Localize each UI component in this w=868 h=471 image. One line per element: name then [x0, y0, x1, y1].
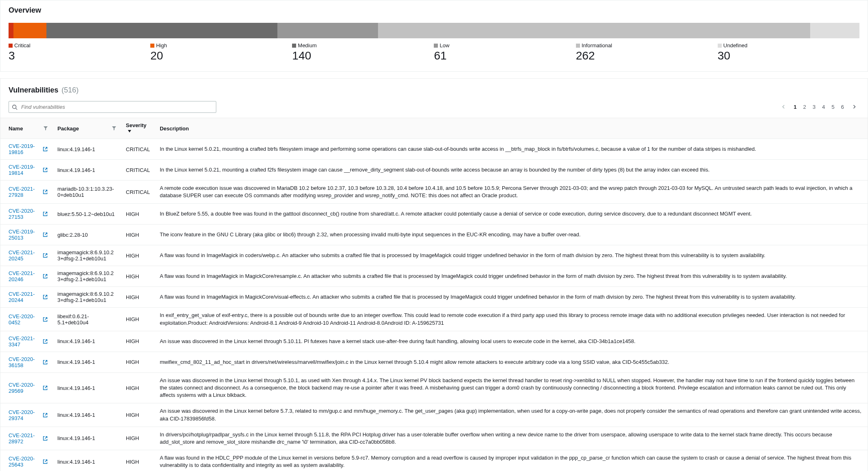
cell-severity: HIGH [121, 204, 155, 224]
external-link-icon [43, 211, 48, 216]
cell-description: A flaw was found in ImageMagick in Magic… [155, 266, 868, 287]
cell-description: An issue was discovered in the Linux ker… [155, 372, 868, 403]
cell-description: A flaw was found in ImageMagick in Magic… [155, 287, 868, 308]
external-link-icon [43, 232, 48, 237]
cell-description: A flaw was found in ImageMagick in coder… [155, 245, 868, 266]
table-row: CVE-2020-27153 bluez:5.50-1.2~deb10u1 HI… [0, 204, 868, 224]
cell-severity: CRITICAL [121, 180, 155, 204]
cell-severity: CRITICAL [121, 139, 155, 160]
pager-page-2[interactable]: 2 [800, 102, 809, 112]
cve-link[interactable]: CVE-2019-19816 [9, 143, 48, 155]
cve-link[interactable]: CVE-2021-20246 [9, 270, 48, 282]
severity-seg-medium [46, 23, 277, 38]
severity-seg-low [277, 23, 378, 38]
legend-item-high: High 20 [150, 42, 292, 62]
search-input[interactable] [9, 101, 216, 113]
legend-count: 30 [718, 49, 859, 62]
legend-count: 20 [150, 49, 292, 62]
cve-link[interactable]: CVE-2020-29569 [9, 382, 48, 394]
external-link-icon [43, 253, 48, 258]
cell-severity: HIGH [121, 245, 155, 266]
sort-desc-icon [127, 129, 132, 133]
legend-item-medium: Medium 140 [292, 42, 434, 62]
cve-link[interactable]: CVE-2020-36158 [9, 356, 48, 368]
cell-package: imagemagick:8:6.9.10.23+dfsg-2.1+deb10u1 [53, 245, 121, 266]
pager-page-5[interactable]: 5 [828, 102, 838, 112]
cve-link[interactable]: CVE-2020-0452 [9, 313, 48, 326]
svg-marker-4 [128, 130, 131, 132]
severity-legend: Critical 3 High 20 Medium 140 Low 61 Inf… [9, 42, 859, 62]
cell-severity: HIGH [121, 287, 155, 308]
legend-item-informational: Informational 262 [576, 42, 718, 62]
cell-package: linux:4.19.146-1 [53, 352, 121, 372]
pager-page-3[interactable]: 3 [809, 102, 819, 112]
table-row: CVE-2021-20246 imagemagick:8:6.9.10.23+d… [0, 266, 868, 287]
table-row: CVE-2019-19814 linux:4.19.146-1 CRITICAL… [0, 160, 868, 180]
vulnerabilities-panel: Vulnerabilities (516) 123456 Name [0, 78, 868, 471]
external-link-icon [43, 360, 48, 365]
svg-marker-3 [112, 126, 116, 130]
cell-package: linux:4.19.146-1 [53, 160, 121, 180]
col-package[interactable]: Package [53, 118, 121, 139]
cell-package: linux:4.19.146-1 [53, 139, 121, 160]
cell-description: The iconv feature in the GNU C Library (… [155, 224, 868, 245]
external-link-icon [43, 385, 48, 390]
cell-description: A flaw was found in the HDLC_PPP module … [155, 450, 868, 471]
legend-label: Low [439, 42, 449, 48]
pager-next[interactable] [849, 102, 859, 112]
cell-severity: HIGH [121, 266, 155, 287]
pager-prev[interactable] [778, 102, 789, 112]
search-wrapper [9, 101, 216, 113]
col-severity[interactable]: Severity [121, 118, 155, 139]
table-row: CVE-2020-36158 linux:4.19.146-1 HIGH mwi… [0, 352, 868, 372]
pager-page-1[interactable]: 1 [791, 102, 800, 112]
pagination: 123456 [778, 102, 859, 112]
search-icon [12, 104, 18, 110]
cell-description: In the Linux kernel 5.0.21, mounting a c… [155, 160, 868, 180]
cve-link[interactable]: CVE-2021-3347 [9, 335, 48, 348]
cell-description: In exif_entry_get_value of exif-entry.c,… [155, 308, 868, 331]
legend-item-undefined: Undefined 30 [718, 42, 859, 62]
legend-count: 262 [576, 49, 718, 62]
cell-severity: HIGH [121, 450, 155, 471]
cell-description: An issue was discovered in the Linux ker… [155, 331, 868, 352]
col-description: Description [155, 118, 868, 139]
cve-link[interactable]: CVE-2021-28972 [9, 432, 48, 445]
pager-page-6[interactable]: 6 [838, 102, 847, 112]
cell-severity: HIGH [121, 308, 155, 331]
severity-seg-undefined [810, 23, 859, 38]
cve-link[interactable]: CVE-2021-27928 [9, 186, 48, 198]
cell-severity: HIGH [121, 224, 155, 245]
cell-package: linux:4.19.146-1 [53, 427, 121, 450]
cell-severity: HIGH [121, 352, 155, 372]
external-link-icon [43, 189, 48, 194]
cell-severity: CRITICAL [121, 160, 155, 180]
cell-severity: HIGH [121, 427, 155, 450]
col-name[interactable]: Name [0, 118, 53, 139]
legend-label: Undefined [723, 42, 747, 48]
table-row: CVE-2021-27928 mariadb-10.3:1:10.3.23-0+… [0, 180, 868, 204]
cell-package: linux:4.19.146-1 [53, 331, 121, 352]
cell-severity: HIGH [121, 403, 155, 427]
table-row: CVE-2019-25013 glibc:2.28-10 HIGH The ic… [0, 224, 868, 245]
table-row: CVE-2020-25643 linux:4.19.146-1 HIGH A f… [0, 450, 868, 471]
external-link-icon [43, 436, 48, 441]
cell-package: libexif:0.6.21-5.1+deb10u4 [53, 308, 121, 331]
cve-link[interactable]: CVE-2020-27153 [9, 208, 48, 220]
pager-page-4[interactable]: 4 [819, 102, 828, 112]
swatch-icon [9, 44, 13, 48]
severity-seg-informational [378, 23, 810, 38]
legend-label: Informational [582, 42, 612, 48]
cve-link[interactable]: CVE-2021-20244 [9, 291, 48, 303]
vuln-table: Name Package Severity Description CVE-20… [0, 118, 868, 471]
vuln-title: Vulnerabilities [9, 86, 58, 94]
cve-link[interactable]: CVE-2019-19814 [9, 164, 48, 176]
table-row: CVE-2021-3347 linux:4.19.146-1 HIGH An i… [0, 331, 868, 352]
cell-package: glibc:2.28-10 [53, 224, 121, 245]
cve-link[interactable]: CVE-2020-29374 [9, 409, 48, 421]
cve-link[interactable]: CVE-2020-25643 [9, 456, 48, 468]
cve-link[interactable]: CVE-2021-20245 [9, 249, 48, 262]
table-row: CVE-2021-28972 linux:4.19.146-1 HIGH In … [0, 427, 868, 450]
overview-title: Overview [0, 0, 868, 19]
cve-link[interactable]: CVE-2019-25013 [9, 229, 48, 241]
